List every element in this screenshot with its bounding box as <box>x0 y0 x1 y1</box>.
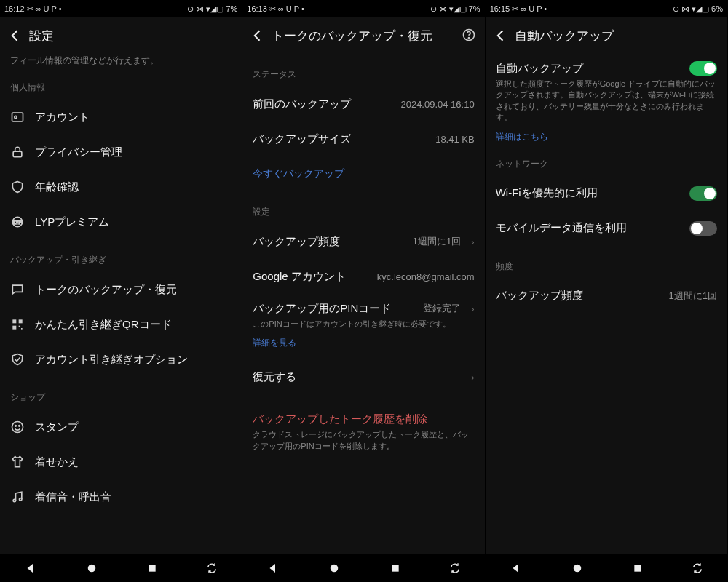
svg-rect-25 <box>634 565 641 571</box>
details-link[interactable]: 詳細を見る <box>253 337 474 349</box>
svg-point-24 <box>574 565 582 573</box>
chevron-right-icon: › <box>471 372 474 383</box>
svg-point-12 <box>19 426 20 427</box>
nav-bar <box>242 554 484 582</box>
auto-details-link[interactable]: 詳細はこちら <box>496 131 717 143</box>
top-desc: フィール情報の管理などが行えます。 <box>10 54 232 67</box>
chat-icon <box>10 282 25 297</box>
status-right-icons: ⊙ ⋈ ▾◢▢ <box>673 4 709 14</box>
backup-now-button[interactable]: 今すぐバックアップ <box>253 156 474 191</box>
autobackup-screen: 16:15 ✂ ∞ U P • ⊙ ⋈ ▾◢▢ 6% 自動バックアップ 自動バッ… <box>486 0 728 582</box>
section-header: ショップ <box>10 391 232 404</box>
svg-point-16 <box>88 565 96 573</box>
item-ringtone[interactable]: 着信音・呼出音 <box>10 479 232 514</box>
chevron-right-icon: › <box>471 236 474 247</box>
nav-back[interactable] <box>510 562 523 575</box>
svg-marker-23 <box>513 564 518 573</box>
nav-bar <box>0 554 242 582</box>
content-area[interactable]: フィール情報の管理などが行えます。 個人情報 アカウント プライバシー管理 年齢… <box>0 54 242 554</box>
item-backup[interactable]: トークのバックアップ・復元 <box>10 272 232 307</box>
backup-screen: 16:13 ✂ ∞ U P • ⊙ ⋈ ▾◢▢ 7% トークのバックアップ・復元… <box>242 0 485 582</box>
svg-rect-2 <box>13 151 22 157</box>
auto-desc: 選択した頻度でトーク履歴がGoogle ドライブに自動的にバックアップされます。… <box>496 79 717 124</box>
row-google-account[interactable]: Google アカウント kyc.lecon8@gmail.com <box>253 259 474 294</box>
svg-rect-8 <box>19 326 20 327</box>
row-restore[interactable]: 復元する › <box>253 359 474 394</box>
shield-icon <box>10 180 25 194</box>
title-bar: 自動バックアップ <box>486 17 727 54</box>
item-label: アカウント <box>35 111 232 124</box>
shirt-icon <box>10 455 25 469</box>
google-account: kyc.lecon8@gmail.com <box>377 271 475 282</box>
nav-home[interactable] <box>328 562 341 575</box>
user-icon <box>10 110 25 124</box>
item-theme[interactable]: 着せかえ <box>10 445 232 479</box>
mobile-data-toggle[interactable] <box>689 221 717 236</box>
status-bar: 16:12 ✂ ∞ U P • ⊙ ⋈ ▾◢▢ 7% <box>0 0 242 17</box>
row-wifi[interactable]: Wi-Fiを優先的に利用 <box>496 176 717 211</box>
svg-point-14 <box>20 498 22 501</box>
nav-rotate[interactable] <box>206 562 218 574</box>
nav-bar <box>486 554 727 582</box>
row-last-backup: 前回のバックアップ 2024.09.04 16:10 <box>253 87 474 121</box>
row-frequency[interactable]: バックアップ頻度 1週間に1回 <box>496 279 717 314</box>
nav-home[interactable] <box>571 562 584 575</box>
svg-rect-9 <box>21 328 23 330</box>
svg-rect-7 <box>12 326 16 330</box>
svg-rect-6 <box>19 319 23 323</box>
title-bar: 設定 <box>0 17 242 54</box>
nav-back[interactable] <box>24 562 37 575</box>
auto-backup-toggle[interactable] <box>689 61 717 76</box>
back-button[interactable] <box>250 28 266 44</box>
svg-point-19 <box>468 38 469 39</box>
nav-recent[interactable] <box>389 562 401 574</box>
status-right-icons: ⊙ ⋈ ▾◢▢ <box>187 4 223 14</box>
nav-rotate[interactable] <box>449 562 461 574</box>
content-area[interactable]: 自動バックアップ 選択した頻度でトーク履歴がGoogle ドライブに自動的にバッ… <box>486 54 727 554</box>
page-title: 設定 <box>29 28 234 44</box>
wifi-toggle[interactable] <box>689 186 717 201</box>
back-button[interactable] <box>7 28 23 44</box>
svg-rect-22 <box>392 565 398 571</box>
section-header: ステータス <box>253 68 474 81</box>
nav-recent[interactable] <box>632 562 644 574</box>
svg-point-11 <box>15 426 17 427</box>
back-button[interactable] <box>493 28 509 44</box>
nav-rotate[interactable] <box>692 562 703 574</box>
row-backup-size: バックアップサイズ 18.41 KB <box>253 121 474 156</box>
star-icon: LYP <box>10 215 25 229</box>
item-privacy[interactable]: プライバシー管理 <box>10 135 232 170</box>
section-header: 設定 <box>253 206 474 218</box>
pin-desc: このPINコードはアカウントの引き継ぎ時に必要です。 <box>253 319 474 330</box>
content-area[interactable]: ステータス 前回のバックアップ 2024.09.04 16:10 バックアップサ… <box>242 54 484 554</box>
page-title: トークのバックアップ・復元 <box>272 28 455 44</box>
item-stamp[interactable]: スタンプ <box>10 410 232 445</box>
svg-point-10 <box>12 422 23 433</box>
section-header: 個人情報 <box>10 81 232 94</box>
svg-rect-5 <box>12 319 16 323</box>
nav-home[interactable] <box>85 562 98 575</box>
battery-pct: 7% <box>226 4 237 13</box>
backup-size: 18.41 KB <box>435 134 475 145</box>
check-icon <box>10 352 25 367</box>
row-frequency[interactable]: バックアップ頻度 1週間に1回 › <box>253 224 474 259</box>
item-qr[interactable]: かんたん引き継ぎQRコード <box>10 307 232 342</box>
svg-marker-15 <box>28 564 33 573</box>
status-left-icons: ✂ ∞ U P • <box>269 4 304 14</box>
svg-rect-17 <box>149 565 156 571</box>
help-button[interactable] <box>462 28 478 44</box>
svg-point-13 <box>13 499 15 501</box>
item-age[interactable]: 年齢確認 <box>10 170 232 204</box>
row-mobile-data[interactable]: モバイルデータ通信を利用 <box>496 211 717 246</box>
item-transfer[interactable]: アカウント引き継ぎオプション <box>10 342 232 377</box>
battery-pct: 6% <box>711 4 723 13</box>
page-title: 自動バックアップ <box>515 28 720 44</box>
status-left-icons: ✂ ∞ U P • <box>512 4 547 14</box>
nav-recent[interactable] <box>146 562 158 574</box>
item-account[interactable]: アカウント <box>10 100 232 135</box>
item-lyp[interactable]: LYP LYPプレミアム <box>10 204 232 239</box>
section-header: ネットワーク <box>496 158 717 170</box>
svg-text:LYP: LYP <box>13 220 23 225</box>
lock-icon <box>10 145 25 159</box>
nav-back[interactable] <box>266 562 280 575</box>
